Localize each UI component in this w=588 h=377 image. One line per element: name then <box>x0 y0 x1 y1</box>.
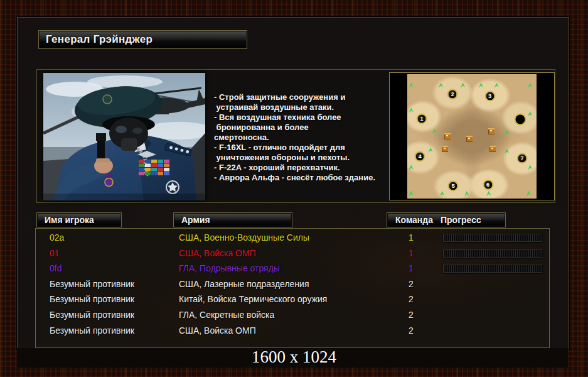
header-team-label: Команда <box>395 215 433 225</box>
map-structure-marker <box>442 146 448 152</box>
map-green-marker <box>440 191 444 196</box>
map-start-position-3: 3 <box>484 91 495 102</box>
player-name-cell: 02a <box>50 232 64 243</box>
main-panel: Генерал Грэйнджер <box>17 17 569 349</box>
description-line: смертоносна. <box>214 133 396 143</box>
player-team-cell: 1 <box>404 248 419 258</box>
map-green-marker <box>461 83 465 88</box>
header-progress-label: Прогресс <box>441 215 481 225</box>
map-green-marker <box>429 148 433 153</box>
description-line: уничтожения обороны и пехоты. <box>214 153 396 163</box>
map-green-marker <box>486 191 491 196</box>
player-team-cell: 2 <box>404 279 419 289</box>
player-list: 02aСША, Военно-Воздушные Силы101США, Вой… <box>35 228 550 348</box>
player-name-cell: Безумный противник <box>50 294 134 304</box>
description-line: бронированна и более <box>214 123 396 133</box>
player-name-cell: 0fd <box>50 263 61 273</box>
table-row: Безумный противникГЛА, Секретные войска2 <box>36 308 549 323</box>
player-name-cell: 01 <box>50 248 60 258</box>
player-progress-bar <box>443 234 542 242</box>
header-player-name-button[interactable]: Имя игрока <box>36 212 122 227</box>
description-line: - F-22A - хороший перехватчик. <box>214 163 396 173</box>
player-team-cell: 1 <box>404 263 419 273</box>
description-line: - Вся воздушная техника более <box>214 112 396 123</box>
map-green-marker <box>479 83 483 88</box>
description-line: устраивай воздушные атаки. <box>214 102 396 112</box>
map-green-marker <box>528 83 532 88</box>
player-name-cell: Безумный противник <box>50 279 134 289</box>
table-row: Безумный противникКитай, Войска Термичес… <box>36 292 549 307</box>
general-info-panel: - Строй защитные сооружения и устраивай … <box>36 69 555 203</box>
map-green-marker <box>439 83 443 88</box>
table-row: 0fdГЛА, Подрывные отряды1 <box>36 261 549 276</box>
map-structure-marker <box>489 146 496 152</box>
player-team-cell: 2 <box>404 294 419 304</box>
map-start-position-6: 6 <box>483 180 493 190</box>
description-line: - Аврора Альфа - снесёт любое здание. <box>214 173 396 183</box>
table-row: 01США, Войска ОМП1 <box>36 246 549 261</box>
player-team-cell: 2 <box>404 325 419 336</box>
resolution-label: 1600 x 1024 <box>0 347 588 367</box>
map-structure-marker <box>488 128 494 134</box>
table-row: 02aСША, Военно-Воздушные Силы1 <box>36 231 549 246</box>
map-start-position-1: 1 <box>417 114 427 124</box>
game-lobby-screen: { "general": { "title": "Генерал Грэйндж… <box>0 0 588 377</box>
map-start-position-5: 5 <box>448 181 459 192</box>
table-row: Безумный противникСША, Войска ОМП2 <box>36 324 549 339</box>
header-army-button[interactable]: Армия <box>173 212 292 227</box>
map-start-position-4: 4 <box>415 151 425 162</box>
map-terrain: 1234567 <box>407 74 537 199</box>
map-green-marker <box>527 191 531 196</box>
player-name-cell: Безумный противник <box>50 325 134 336</box>
player-army-cell: Китай, Войска Термического оружия <box>179 294 327 304</box>
player-army-cell: США, Войска ОМП <box>179 248 256 258</box>
general-description: - Строй защитные сооружения и устраивай … <box>214 92 396 183</box>
general-title: Генерал Грэйнджер <box>38 30 247 49</box>
player-army-cell: ГЛА, Секретные войска <box>179 310 274 320</box>
map-structure-marker <box>466 136 473 142</box>
map-green-marker <box>409 191 414 196</box>
map-start-position-empty <box>514 114 526 126</box>
map-green-marker <box>494 83 499 88</box>
general-portrait <box>43 73 205 200</box>
player-army-cell: ГЛА, Подрывные отряды <box>179 263 280 273</box>
map-green-marker <box>464 191 469 196</box>
player-army-cell: США, Военно-Воздушные Силы <box>179 232 309 243</box>
player-name-cell: Безумный противник <box>50 310 134 320</box>
map-green-marker <box>409 107 414 112</box>
map-structure-marker <box>444 133 451 139</box>
map-green-marker <box>528 111 532 116</box>
player-team-cell: 1 <box>404 232 419 243</box>
map-green-marker <box>409 83 414 88</box>
player-army-cell: США, Войска ОМП <box>179 325 256 336</box>
description-line: - Строй защитные сооружения и <box>214 92 396 102</box>
map-green-marker <box>528 165 532 170</box>
map-green-marker <box>409 165 414 170</box>
table-row: Безумный противникСША, Лазерные подразде… <box>36 277 549 292</box>
general-portrait-illustration <box>43 73 205 200</box>
map-preview: 1234567 <box>389 72 555 200</box>
map-green-marker <box>432 129 437 134</box>
map-start-position-7: 7 <box>516 153 527 164</box>
header-team-progress-button[interactable]: КомандаПрогресс <box>387 212 506 227</box>
map-green-marker <box>505 149 509 154</box>
description-line: - F-16XL - отлично подойдет для <box>214 143 396 153</box>
player-team-cell: 2 <box>404 310 419 320</box>
map-green-marker <box>505 130 509 135</box>
player-army-cell: США, Лазерные подразделения <box>179 279 309 289</box>
player-progress-bar <box>443 249 542 258</box>
player-progress-bar <box>443 265 542 273</box>
map-start-position-2: 2 <box>447 89 458 100</box>
